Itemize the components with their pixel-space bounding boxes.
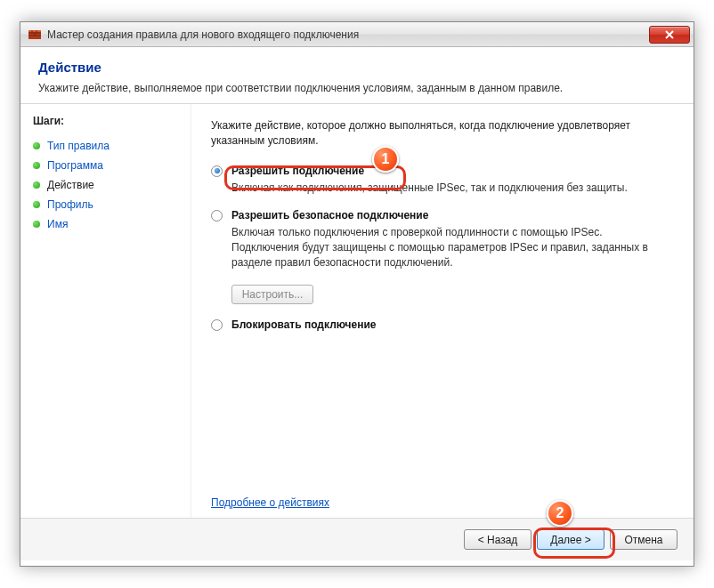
cancel-button[interactable]: Отмена (610, 529, 677, 550)
steps-sidebar: Шаги: Тип правила Программа Действие Про… (20, 104, 191, 518)
step-label: Профиль (47, 198, 93, 211)
radio-allow-desc: Включая как подключения, защищенные IPSe… (231, 181, 670, 196)
step-label: Действие (47, 179, 94, 191)
firewall-icon (28, 28, 42, 42)
radio-label: Блокировать подключение (231, 318, 377, 331)
bullet-icon (33, 221, 40, 228)
next-button[interactable]: Далее > (537, 529, 604, 550)
intro-line: Укажите действие, которое должно выполня… (211, 119, 630, 132)
radio-icon (211, 165, 223, 177)
step-label: Тип правила (47, 140, 110, 152)
content-intro: Укажите действие, которое должно выполня… (211, 118, 670, 149)
radio-icon (211, 210, 223, 222)
step-label: Имя (47, 218, 68, 230)
bullet-icon (33, 142, 40, 149)
close-button[interactable] (649, 26, 690, 44)
step-label: Программа (47, 159, 103, 172)
page-title: Действие (38, 60, 676, 75)
radio-allow-connection[interactable]: Разрешить подключение (211, 165, 670, 177)
radio-label: Разрешить безопасное подключение (231, 209, 428, 222)
body: Шаги: Тип правила Программа Действие Про… (20, 104, 694, 518)
wizard-window: Мастер создания правила для нового входя… (20, 21, 694, 567)
page-subtitle: Укажите действие, выполняемое при соотве… (38, 82, 676, 94)
step-program[interactable]: Программа (33, 156, 178, 175)
bullet-icon (33, 162, 40, 169)
step-rule-type[interactable]: Тип правила (33, 136, 178, 156)
radio-allow-secure-desc: Включая только подключения с проверкой п… (231, 225, 670, 270)
bullet-icon (33, 181, 40, 189)
radio-allow-secure[interactable]: Разрешить безопасное подключение (211, 209, 670, 222)
svg-rect-1 (28, 30, 41, 32)
step-name[interactable]: Имя (33, 214, 178, 234)
titlebar: Мастер создания правила для нового входя… (20, 22, 694, 47)
radio-icon (211, 319, 223, 331)
help-link[interactable]: Подробнее о действиях (211, 496, 329, 509)
intro-line: указанным условиям. (211, 134, 319, 147)
steps-heading: Шаги: (33, 115, 178, 127)
radio-label: Разрешить подключение (231, 165, 364, 177)
customize-button: Настроить... (231, 285, 313, 304)
header: Действие Укажите действие, выполняемое п… (20, 47, 694, 104)
back-button[interactable]: < Назад (464, 529, 531, 550)
radio-block[interactable]: Блокировать подключение (211, 318, 670, 331)
footer: < Назад Далее > Отмена (20, 518, 694, 560)
bullet-icon (33, 201, 40, 208)
close-icon (665, 30, 674, 39)
window-title: Мастер создания правила для нового входя… (47, 28, 649, 41)
content-area: Укажите действие, которое должно выполня… (191, 104, 694, 518)
step-profile[interactable]: Профиль (33, 195, 178, 214)
step-action: Действие (33, 175, 178, 195)
